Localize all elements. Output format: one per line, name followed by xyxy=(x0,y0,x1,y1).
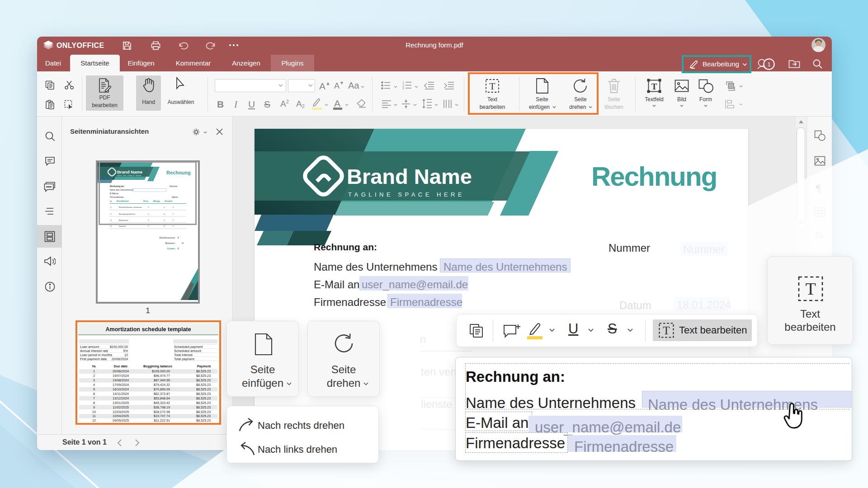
svg-text:%: % xyxy=(182,242,184,244)
svg-text:Besteuern:: Besteuern: xyxy=(165,242,175,244)
svg-text:8: 8 xyxy=(93,401,95,405)
svg-text:$8,525.23: $8,525.23 xyxy=(196,396,211,400)
svg-text:3: 3 xyxy=(93,378,95,382)
svg-text:Rechnung: Rechnung xyxy=(591,161,717,192)
svg-text:Amortization schedule template: Amortization schedule template xyxy=(106,326,191,333)
svg-text:$8,525.23: $8,525.23 xyxy=(196,410,211,414)
svg-text:$8,525.23: $8,525.23 xyxy=(196,383,211,387)
svg-text:$105,000.00: $105,000.00 xyxy=(152,369,170,373)
svg-text:19/08/2024: 19/08/2024 xyxy=(113,378,129,382)
svg-text:12: 12 xyxy=(124,353,128,357)
svg-text:10/04/2025: 10/04/2025 xyxy=(113,414,129,418)
svg-text:№: № xyxy=(92,364,96,368)
svg-text:4: 4 xyxy=(93,383,95,387)
svg-text:Total interest: Total interest xyxy=(174,353,193,357)
svg-text:T: T xyxy=(651,82,657,91)
svg-text:$70,899.09: $70,899.09 xyxy=(154,387,170,391)
svg-text:14/11/2024: 14/11/2024 xyxy=(113,392,128,396)
svg-text:TAGLINE SPACE HERE: TAGLINE SPACE HERE xyxy=(348,191,465,198)
svg-text:Brand Name: Brand Name xyxy=(347,164,472,188)
svg-text:$96,474.77: $96,474.77 xyxy=(154,374,170,378)
svg-text:$8,525.23: $8,525.23 xyxy=(196,387,211,391)
svg-text:Scheduled payment: Scheduled payment xyxy=(174,345,203,349)
svg-text:Scheduled amount: Scheduled amount xyxy=(174,349,201,353)
svg-text:T: T xyxy=(805,279,816,298)
svg-text:€: € xyxy=(178,237,179,239)
svg-text:Total payment: Total payment xyxy=(174,357,194,361)
svg-text:€: € xyxy=(148,225,149,227)
svg-text:20/06/2024: 20/06/2024 xyxy=(113,369,129,373)
svg-text:2: 2 xyxy=(93,374,95,378)
svg-text:5%: 5% xyxy=(123,349,128,353)
svg-text:Internet: Internet xyxy=(119,225,126,227)
svg-text:09/05/2025: 09/05/2025 xyxy=(113,418,129,422)
svg-text:$87,949.55: $87,949.55 xyxy=(154,378,170,382)
svg-text:T: T xyxy=(663,324,670,337)
svg-text:3: 3 xyxy=(402,87,404,89)
svg-text:12/03/2025: 12/03/2025 xyxy=(113,410,129,414)
svg-text:$11,222.51: $11,222.51 xyxy=(154,418,170,422)
svg-text:6: 6 xyxy=(93,392,95,396)
svg-text:1: 1 xyxy=(767,61,770,68)
svg-text:$19,747.74: $19,747.74 xyxy=(154,414,170,418)
svg-text:$8,525.23: $8,525.23 xyxy=(196,401,211,405)
svg-text:7: 7 xyxy=(93,396,95,400)
svg-text:13/01/2025: 13/01/2025 xyxy=(113,401,129,405)
svg-text:13/12/2024: 13/12/2024 xyxy=(113,396,129,400)
svg-text:9: 9 xyxy=(93,405,95,409)
svg-text:Annual interest rate: Annual interest rate xyxy=(80,349,108,353)
svg-text:€: € xyxy=(173,225,174,227)
svg-text:20/06/2024: 20/06/2024 xyxy=(112,357,128,361)
svg-text:$8,525.23: $8,525.23 xyxy=(196,414,211,418)
svg-text:$8,525.23: $8,525.23 xyxy=(196,405,211,409)
svg-text:4: 4 xyxy=(110,225,112,227)
svg-text:Beggining balance: Beggining balance xyxy=(143,364,172,368)
svg-text:$28,272.96: $28,272.96 xyxy=(154,410,170,414)
svg-text:Gesamt:: Gesamt: xyxy=(167,248,176,250)
svg-text:$53,848.64: $53,848.64 xyxy=(154,396,170,400)
svg-text:$79,424.32: $79,424.32 xyxy=(154,383,170,387)
svg-text:10: 10 xyxy=(92,410,96,414)
svg-text:Loan amount: Loan amount xyxy=(80,345,99,349)
svg-text:11/02/2025: 11/02/2025 xyxy=(113,405,128,409)
svg-text:$100,000.00: $100,000.00 xyxy=(110,345,128,349)
svg-text:Loan period in months: Loan period in months xyxy=(80,353,113,357)
svg-text:12: 12 xyxy=(92,418,96,422)
svg-text:Due date: Due date xyxy=(114,364,127,368)
svg-text:$36,798.19: $36,798.19 xyxy=(154,405,170,409)
svg-text:€: € xyxy=(178,248,179,250)
svg-text:First payment date: First payment date xyxy=(80,357,107,361)
svg-text:17/09/2024: 17/09/2024 xyxy=(113,383,129,387)
svg-text:5: 5 xyxy=(93,387,95,391)
svg-text:$8,525.23: $8,525.23 xyxy=(196,392,211,396)
svg-text:$8,525.23: $8,525.23 xyxy=(196,374,211,378)
svg-text:Payment: Payment xyxy=(197,364,211,368)
svg-text:$8,525.23: $8,525.23 xyxy=(196,369,211,373)
svg-text:16/10/2024: 16/10/2024 xyxy=(113,387,129,391)
svg-text:1: 1 xyxy=(93,369,95,373)
svg-text:Zwischensumme:: Zwischensumme: xyxy=(159,237,175,239)
svg-text:$8,525.23: $8,525.23 xyxy=(196,418,211,422)
svg-text:11: 11 xyxy=(92,414,95,418)
svg-text:19/07/2024: 19/07/2024 xyxy=(113,374,129,378)
svg-text:$8,525.23: $8,525.23 xyxy=(196,378,211,382)
svg-text:3: 3 xyxy=(164,225,165,227)
svg-text:$62,373.87: $62,373.87 xyxy=(154,392,170,396)
svg-text:$45,323.42: $45,323.42 xyxy=(154,401,170,405)
